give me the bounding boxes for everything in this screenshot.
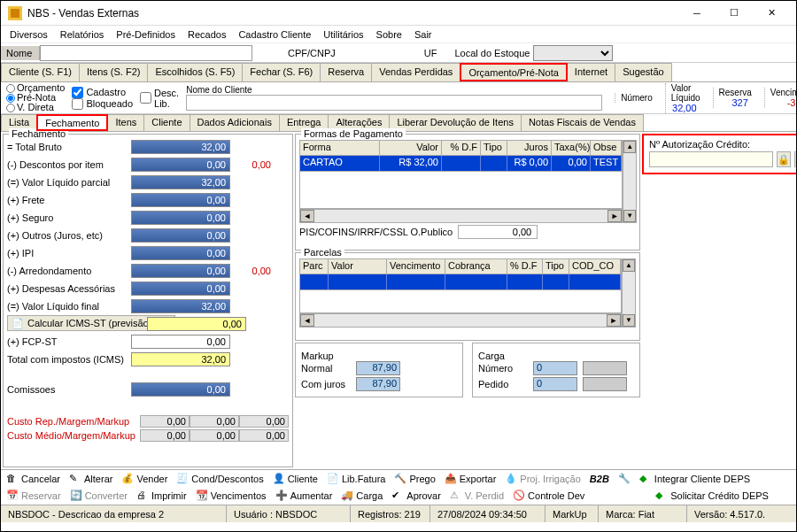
btn-reservar[interactable]: 📅Reservar [6,490,61,502]
btn-cancelar[interactable]: 🗑Cancelar [6,473,60,485]
btn-solicitar-credito-deps[interactable]: ◆Solicitar Crédito DEPS [655,490,769,502]
tab-reserva[interactable]: Reserva [320,63,372,81]
radio-v-direta[interactable] [6,104,15,112]
btn-cliente[interactable]: 👤Cliente [273,473,318,485]
pis-cofins-label: PIS/COFINS/IRRF/CSSL O.Publico [299,227,453,237]
main-area: Fechamento = Total Bruto32,00(-) Descont… [1,132,796,469]
btn-tool-extra[interactable]: 🔧 [618,473,631,485]
menu-relatorios[interactable]: Relatórios [60,29,104,40]
chk-bloqueado[interactable] [72,98,83,110]
status-versao: Versão: 4.517.0. [687,505,796,522]
col-local[interactable]: Local do Estoque [454,48,530,58]
btn-lib-fatura[interactable]: 📄Lib.Fatura [327,473,386,485]
tab2-cliente[interactable]: Cliente [143,114,190,131]
btn-b2b[interactable]: B2B [590,474,609,484]
tab-sugestao[interactable]: Sugestão [615,63,671,81]
tab-escolhidos-f5[interactable]: Escolhidos (S. F5) [147,63,243,81]
tab-internet[interactable]: Internet [567,63,615,81]
custo-rep-label: Custo Rep./Margem/Markup [7,416,140,427]
chk-cadastro[interactable] [72,87,83,98]
block-icon: 🚫 [513,490,525,502]
minimize-button[interactable]: ─ [679,3,715,24]
maximize-button[interactable]: ☐ [716,3,752,24]
menu-sair[interactable]: Sair [414,29,432,40]
tab-vendas-perdidas[interactable]: Vendas Perdidas [371,63,460,81]
lock-icon: 🔒 [778,154,790,166]
btn-converter[interactable]: 🔄Converter [70,490,128,502]
statusbar: NBSDOC - Descricao da empresa 2 Usuário … [1,505,796,522]
col-uf[interactable]: UF [424,48,437,58]
tab-orcamento-pre-nota[interactable]: Orçamento/Pré-Nota [460,63,567,81]
tab-cliente-f1[interactable]: Cliente (S. F1) [1,63,80,81]
close-button[interactable]: ✕ [754,3,789,24]
formas-row-1[interactable]: CARTAO R$ 32,00 R$ 0,00 0,00 TEST [299,156,623,172]
btn-prego[interactable]: 🔨Prego [394,473,435,485]
status-registros: Registros: 219 [351,505,430,522]
convert-icon: 🔄 [70,490,82,502]
tab2-itens[interactable]: Itens [107,114,144,131]
chk-desc-lib[interactable] [140,92,151,104]
btn-aprovar[interactable]: ✔Aprovar [391,490,441,502]
fcp-st-value: 0,00 [131,335,230,349]
radio-orcamento[interactable] [6,84,15,93]
parcelas-row-empty[interactable] [299,274,622,290]
sync-icon: ◆ [639,473,652,485]
status-markup: MarkUp [546,505,599,522]
col-nome[interactable]: Nome [1,46,40,60]
menu-predefinidos[interactable]: Pré-Definidos [116,29,175,40]
person-icon: 👤 [273,473,285,485]
trash-icon: 🗑 [6,473,19,485]
search-header: Nome CPF/CNPJ UF Local do Estoque [1,43,796,63]
col-cpf[interactable]: CPF/CNPJ [288,48,336,58]
parcelas-hscroll[interactable]: ◄► [299,313,622,328]
btn-exportar[interactable]: 📤Exportar [445,473,497,485]
tab2-dados-adicionais[interactable]: Dados Adicionais [190,114,280,131]
menu-utilitarios[interactable]: Utilitários [323,29,363,40]
fech-row-4: (+) Seguro0,00 [7,209,289,227]
doc-type-radios: Orçamento Pré-Nota V. Direta [6,83,65,112]
app-icon [8,6,22,20]
menu-sobre[interactable]: Sobre [376,29,402,40]
fech-row-6: (+) IPI0,00 [7,244,289,262]
formas-vscroll[interactable]: ▲▼ [623,140,637,223]
tab2-notas-fiscais[interactable]: Notas Fiscais de Vendas [521,114,644,131]
invoice-icon: 📄 [327,473,339,485]
btn-alterar[interactable]: ✎Alterar [69,473,112,485]
auth-credito-input[interactable] [649,151,773,167]
tab-fechar-f6[interactable]: Fechar (S. F6) [242,63,321,81]
tab2-fechamento[interactable]: Fechamento [36,114,108,131]
search-nome-input[interactable] [40,45,252,61]
btn-vender[interactable]: 💰Vender [121,473,167,485]
right-column: Nº Autorização Crédito: 🔒 💾 [642,134,797,467]
menu-cadastro-cliente[interactable]: Cadastro Cliente [238,29,311,40]
hammer-icon: 🔨 [394,473,406,485]
btn-v-perdida[interactable]: ⚠V. Perdid [450,490,504,502]
btn-carga[interactable]: 🚚Carga [341,490,383,502]
check-icon: ✔ [391,490,404,502]
markup-comjuros-value: 87,90 [356,377,400,391]
pis-cofins-input[interactable] [458,225,538,239]
tab-itens-f2[interactable]: Itens (S. F2) [79,63,149,81]
btn-vencimentos[interactable]: 📆Vencimentos [196,490,267,502]
fech-row-2: (=) Valor Líquido parcial32,00 [7,173,289,191]
btn-controle-dev[interactable]: 🚫Controle Dev [513,490,584,502]
menu-diversos[interactable]: Diversos [10,29,48,40]
auth-lock-button[interactable]: 🔒 [777,151,791,167]
local-estoque-select[interactable] [533,45,613,61]
menu-recados[interactable]: Recados [188,29,226,40]
tab2-liberar-devolucao[interactable]: Liberar Devolução de Itens [389,114,521,131]
auth-label: Nº Autorização Crédito: [649,139,750,150]
btn-aumentar[interactable]: ➕Aumentar [275,490,333,502]
valor-liquido-value: 32,00 [671,103,700,113]
tabs-primary: Cliente (S. F1) Itens (S. F2) Escolhidos… [1,63,796,82]
parcelas-vscroll[interactable]: ▲▼ [622,258,636,328]
fech-row-3: (+) Frete0,00 [7,191,289,209]
btn-cond-descontos[interactable]: 🧾Cond/Descontos [176,473,263,485]
btn-proj-irrigacao[interactable]: 💧Proj. Irrigação [505,473,580,485]
nome-cliente-input[interactable] [186,95,602,111]
btn-integrar-deps[interactable]: ◆Integrar Cliente DEPS [639,473,750,485]
btn-imprimir[interactable]: 🖨Imprimir [136,490,187,502]
radio-pre-nota[interactable] [6,94,15,103]
increase-icon: ➕ [275,490,288,502]
formas-hscroll[interactable]: ◄► [299,209,623,223]
